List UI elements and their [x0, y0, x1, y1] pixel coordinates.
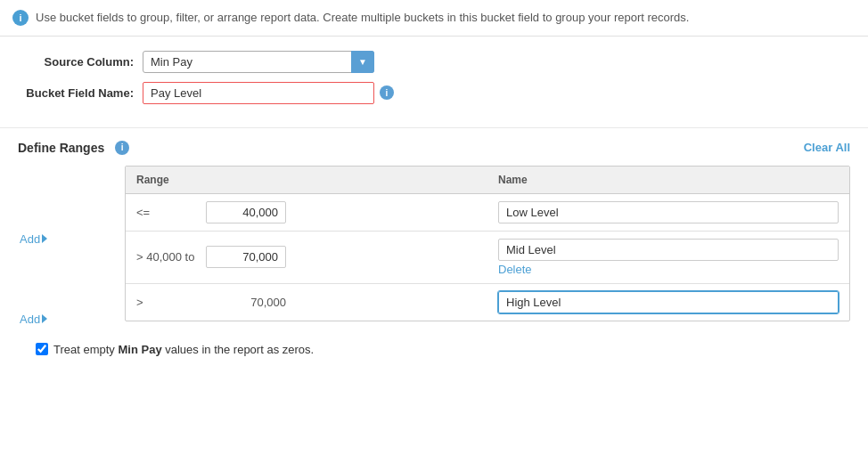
range-value-input-1[interactable]: [206, 201, 286, 223]
name-input-2[interactable]: [498, 239, 839, 261]
range-operator-1: <=: [136, 206, 199, 219]
define-ranges-section: Define Ranges i Clear All Add Add: [0, 128, 868, 379]
source-column-row: Source Column: Min Pay Max Pay Base Sala…: [18, 51, 850, 73]
treat-empty-checkbox[interactable]: [36, 343, 48, 355]
define-ranges-info-badge[interactable]: i: [115, 141, 129, 155]
treat-empty-field-name: Min Pay: [118, 343, 161, 356]
add-button-row2-wrapper: Add: [20, 313, 47, 326]
bucket-field-label: Bucket Field Name:: [18, 86, 143, 100]
range-cell-3: > 70,000: [126, 283, 487, 321]
delete-button-row2[interactable]: Delete: [498, 263, 839, 276]
banner-text: Use bucket fields to group, filter, or a…: [36, 9, 689, 27]
add-button-row1-wrapper: Add: [20, 232, 47, 246]
range-cell-2: > 40,000 to: [126, 231, 487, 283]
add-chevron-1: [42, 234, 47, 243]
treat-empty-section: Treat empty Min Pay values in the report…: [18, 332, 850, 367]
bucket-field-row: Bucket Field Name: i: [18, 82, 850, 104]
range-operator-2: > 40,000 to: [136, 250, 199, 264]
name-input-3[interactable]: [498, 291, 839, 313]
ranges-table: Range Name <=: [126, 167, 849, 321]
name-cell-1: [487, 193, 849, 231]
range-operator-3: >: [136, 296, 199, 309]
name-cell-2: Delete: [487, 231, 849, 283]
source-column-select[interactable]: Min Pay Max Pay Base Salary: [143, 51, 374, 73]
source-column-label: Source Column:: [18, 55, 143, 69]
add-button-row1[interactable]: Add: [20, 232, 47, 246]
main-container: i Use bucket fields to group, filter, or…: [0, 0, 868, 379]
treat-empty-label: Treat empty Min Pay values in the report…: [53, 343, 314, 356]
define-ranges-title: Define Ranges i: [18, 141, 129, 155]
name-column-header: Name: [487, 167, 849, 194]
name-input-1[interactable]: [498, 201, 839, 223]
clear-all-button[interactable]: Clear All: [804, 141, 850, 154]
range-value-static-3: 70,000: [206, 296, 286, 309]
table-row: > 70,000: [126, 283, 849, 321]
range-cell-inner-3: > 70,000: [136, 296, 477, 309]
table-row: > 40,000 to Delete: [126, 231, 849, 283]
range-cell-inner-2: > 40,000 to: [136, 246, 477, 268]
info-icon: i: [12, 10, 29, 26]
bucket-field-info-badge[interactable]: i: [380, 85, 394, 100]
add-chevron-2: [42, 314, 47, 323]
name-cell-3: [487, 283, 849, 321]
form-section: Source Column: Min Pay Max Pay Base Sala…: [0, 37, 868, 128]
define-ranges-header: Define Ranges i Clear All: [18, 141, 850, 155]
range-column-header: Range: [126, 167, 487, 194]
bucket-field-input[interactable]: [143, 82, 374, 104]
range-value-input-2[interactable]: [206, 246, 286, 268]
ranges-table-wrapper: Range Name <=: [125, 166, 850, 321]
add-button-row2[interactable]: Add: [20, 313, 47, 326]
info-banner: i Use bucket fields to group, filter, or…: [0, 0, 868, 37]
table-row: <=: [126, 193, 849, 231]
source-column-wrapper: Min Pay Max Pay Base Salary ▼: [143, 51, 374, 73]
ranges-area: Add Add Range Name: [71, 166, 850, 321]
table-header-row: Range Name: [126, 167, 849, 194]
range-cell-1: <=: [126, 193, 487, 231]
range-cell-inner-1: <=: [136, 201, 477, 223]
